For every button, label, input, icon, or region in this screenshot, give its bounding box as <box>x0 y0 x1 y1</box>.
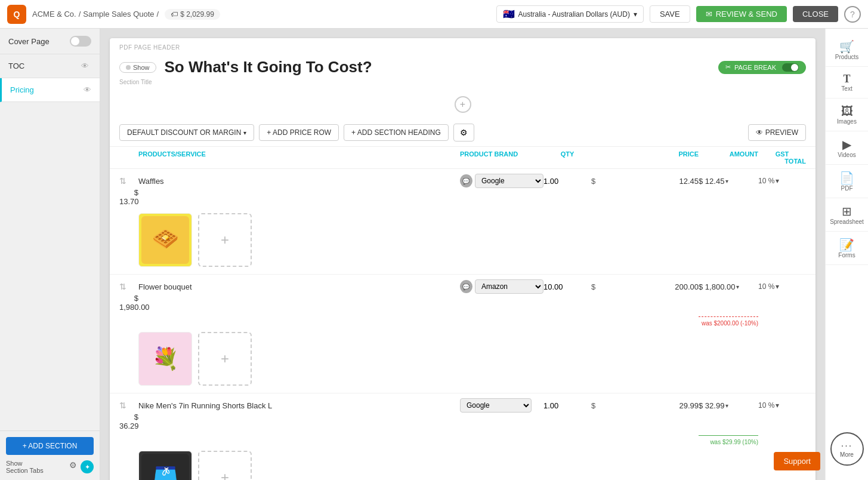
page-break-label: PAGE BREAK <box>734 64 776 71</box>
images-icon: 🖼 <box>841 104 853 118</box>
brand-select[interactable]: Amazon Google <box>475 279 543 294</box>
page-break-button[interactable]: ✂ PAGE BREAK <box>718 61 806 74</box>
sidebar-item-label: Images <box>837 118 857 125</box>
add-row-plus-button[interactable]: + <box>455 96 471 113</box>
sidebar-item-cover-page[interactable]: Cover Page <box>0 29 100 54</box>
add-section-heading-button[interactable]: + ADD SECTION HEADING <box>344 124 449 141</box>
sidebar-item-products[interactable]: 🛒 Products <box>826 33 868 67</box>
gst-cell[interactable]: 10 % ▾ <box>758 401 806 410</box>
review-send-button[interactable]: ✉ REVIEW & SEND <box>696 6 787 22</box>
locale-label: Australia - Australian Dollars (AUD) <box>518 10 630 19</box>
comment-button[interactable]: 💬 <box>460 280 472 293</box>
gst-cell[interactable]: 10 % ▾ <box>758 282 806 291</box>
text-icon: T <box>843 73 850 85</box>
sidebar-item-spreadsheet[interactable]: ⊞ Spreadsheet <box>826 198 868 232</box>
product-images-row: 🧇 + <box>110 211 816 274</box>
total-value: $ 36.29 <box>119 413 138 430</box>
currency-symbol: $ <box>591 282 627 291</box>
sidebar-item-videos[interactable]: ▶ Videos <box>826 131 868 165</box>
qty-input[interactable]: 10.00 <box>543 282 573 291</box>
left-sidebar: Cover Page TOC 👁 Pricing 👁 + ADD SECTION… <box>0 29 100 480</box>
sidebar-item-text[interactable]: T Text <box>826 67 868 99</box>
amount-cell[interactable]: $ 32.99 ▾ <box>699 401 758 410</box>
preview-label: PREVIEW <box>765 128 798 137</box>
more-button[interactable]: ··· More <box>830 432 864 466</box>
amount-chevron-icon: ▾ <box>736 284 739 290</box>
sidebar-item-label: TOC <box>8 61 24 70</box>
was-price: was $2000.00 (-10%) <box>702 320 758 327</box>
qty-input[interactable]: 1.00 <box>543 177 573 186</box>
sidebar-item-pdf[interactable]: 📄 PDF <box>826 165 868 198</box>
total-value: $ 1,980.00 <box>119 294 138 312</box>
amount-cell[interactable]: $ 1,800.00 ▾ <box>699 282 758 291</box>
comment-button[interactable]: 💬 <box>460 174 472 187</box>
brand-select[interactable]: Google Amazon <box>475 174 543 188</box>
center-content: PDF PAGE HEADER Show So What's It Going … <box>100 29 825 480</box>
col-header-total: TOTAL <box>758 158 806 165</box>
pricing-toolbar: DEFAULT DISCOUNT OR MARGIN ▾ + ADD PRICE… <box>110 119 816 146</box>
more-label: More <box>840 451 854 458</box>
breadcrumb-company[interactable]: ACME & Co. <box>32 10 76 19</box>
save-button[interactable]: SAVE <box>650 5 690 23</box>
discount-chevron-icon: ▾ <box>243 130 246 136</box>
toc-eye-icon: 👁 <box>81 61 89 70</box>
gst-cell[interactable]: 10 % ▾ <box>758 177 806 185</box>
gst-value: 10 % <box>758 282 774 291</box>
discount-label: DEFAULT DISCOUNT OR MARGIN <box>127 128 241 137</box>
support-button[interactable]: Support <box>774 452 820 470</box>
product-name: Waffles <box>138 177 460 186</box>
breadcrumb: ACME & Co. / Sample Sales Quote / <box>32 10 159 19</box>
sidebar-item-pricing[interactable]: Pricing 👁 <box>0 78 100 102</box>
preview-button[interactable]: 👁 PREVIEW <box>748 124 806 141</box>
settings-icon[interactable]: ⚙ <box>69 460 77 473</box>
sidebar-item-label: Videos <box>838 152 855 158</box>
page-break-icon: ✂ <box>725 63 731 71</box>
sidebar-item-label: Products <box>835 54 858 60</box>
cover-page-toggle[interactable] <box>70 36 91 47</box>
amount-chevron-icon: ▾ <box>725 402 728 409</box>
locale-selector[interactable]: 🇦🇺 Australia - Australian Dollars (AUD) … <box>496 5 644 23</box>
add-image-button[interactable]: + <box>198 213 252 267</box>
pdf-page-header-label: PDF PAGE HEADER <box>110 38 816 51</box>
drag-handle[interactable]: ⇅ <box>119 401 138 410</box>
add-section-button[interactable]: + ADD SECTION <box>6 437 94 455</box>
drag-handle[interactable]: ⇅ <box>119 176 138 186</box>
sidebar-item-toc[interactable]: TOC 👁 <box>0 54 100 78</box>
color-icon[interactable]: ✦ <box>81 460 94 473</box>
sidebar-item-label: Forms <box>838 252 855 259</box>
add-image-button[interactable]: + <box>198 332 252 386</box>
sidebar-item-images[interactable]: 🖼 Images <box>826 99 868 131</box>
main-layout: Cover Page TOC 👁 Pricing 👁 + ADD SECTION… <box>0 29 868 480</box>
add-price-row-button[interactable]: + ADD PRICE ROW <box>259 124 339 141</box>
gst-chevron-icon: ▾ <box>776 177 779 185</box>
currency-symbol: $ <box>591 401 627 410</box>
section-tabs-label: Section Tabs <box>6 467 44 474</box>
qty-input[interactable]: 1.00 <box>543 401 573 410</box>
close-button[interactable]: CLOSE <box>793 6 838 22</box>
gear-button[interactable]: ⚙ <box>453 124 474 141</box>
amount-cell[interactable]: $ 12.45 ▾ <box>699 177 758 186</box>
section-title-row: Show So What's It Going To Cost? ✂ PAGE … <box>110 51 816 79</box>
product-images-row: 🩳 + <box>110 448 816 480</box>
help-button[interactable]: ? <box>844 6 861 23</box>
show-toggle-button[interactable]: Show <box>119 62 156 73</box>
product-thumbnail[interactable]: 💐 <box>138 332 192 386</box>
show-label: Show <box>6 460 23 467</box>
page-break-toggle <box>782 63 799 72</box>
section-heading: So What's It Going To Cost? <box>165 58 718 76</box>
default-discount-button[interactable]: DEFAULT DISCOUNT OR MARGIN ▾ <box>119 124 254 141</box>
breadcrumb-quote[interactable]: Sample Sales Quote <box>83 10 154 19</box>
product-thumbnail[interactable]: 🩳 <box>138 451 192 480</box>
product-name: Flower bouquet <box>138 282 460 291</box>
price-value: 200.00 <box>627 282 699 291</box>
product-thumbnail[interactable]: 🧇 <box>138 213 192 267</box>
add-section-heading-label: + ADD SECTION HEADING <box>351 128 441 137</box>
gst-value: 10 % <box>758 177 774 185</box>
right-sidebar: 🛒 Products T Text 🖼 Images ▶ Videos 📄 PD… <box>825 29 868 480</box>
sidebar-item-label: Text <box>841 85 852 92</box>
locale-chevron: ▾ <box>634 10 637 19</box>
drag-handle[interactable]: ⇅ <box>119 282 138 291</box>
sidebar-item-forms[interactable]: 📝 Forms <box>826 232 868 265</box>
add-image-button[interactable]: + <box>198 451 252 480</box>
brand-select[interactable]: Google Amazon <box>460 398 532 413</box>
